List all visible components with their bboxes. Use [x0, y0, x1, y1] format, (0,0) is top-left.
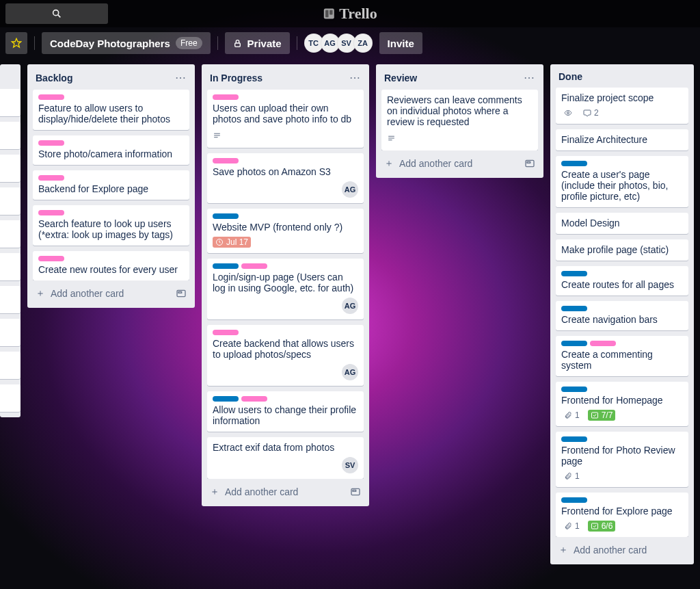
card-member[interactable]: AG — [342, 298, 358, 314]
label-blue[interactable] — [561, 436, 587, 442]
list-menu-button[interactable]: ⋯ — [175, 71, 187, 84]
card[interactable]: Frontend for Photo Review page 1 — [556, 432, 688, 487]
label-pink[interactable] — [590, 341, 616, 346]
add-card-label: Add another card — [225, 486, 298, 497]
due-badge[interactable]: Jul 17 — [213, 237, 251, 248]
attachment-icon — [564, 411, 572, 419]
card[interactable]: Save photos on Amazon S3AG — [207, 153, 364, 203]
star-button[interactable] — [5, 32, 27, 54]
label-pink[interactable] — [38, 140, 64, 146]
card[interactable]: Make profile page (static) — [556, 239, 688, 261]
card-title: Extract exif data from photos — [213, 442, 358, 453]
description-icon — [387, 134, 396, 143]
card[interactable]: Finalize project scope 2 — [556, 88, 688, 124]
card[interactable]: Reviewers can leave comments on individu… — [381, 90, 538, 150]
add-card-button[interactable]: ＋Add another card — [207, 483, 364, 501]
card-title: Frontend for Photo Review page — [561, 445, 683, 467]
add-card-button[interactable]: ＋Add another card — [381, 155, 538, 172]
add-card-label: Add another card — [399, 158, 472, 169]
label-blue[interactable] — [561, 161, 587, 166]
label-pink[interactable] — [213, 158, 239, 163]
card[interactable]: Backend for Explore page — [33, 170, 189, 200]
label-blue[interactable] — [213, 263, 239, 269]
svg-rect-14 — [353, 490, 356, 491]
list-title[interactable]: Review — [384, 73, 417, 83]
board-canvas[interactable]: Backlog ⋯ Feature to allow users to disp… — [0, 59, 700, 589]
card[interactable]: Finalize Architecture — [556, 129, 688, 150]
plus-icon: ＋ — [558, 544, 568, 556]
label-pink[interactable] — [38, 256, 64, 261]
card-member[interactable]: SV — [342, 457, 358, 473]
label-pink[interactable] — [241, 396, 267, 402]
invite-button[interactable]: Invite — [379, 32, 422, 54]
plus-icon: ＋ — [384, 157, 394, 170]
add-card-button[interactable]: ＋Add another card — [33, 285, 189, 302]
list-title[interactable]: Done — [558, 71, 582, 82]
brand: Trello — [323, 5, 377, 23]
label-blue[interactable] — [213, 396, 239, 402]
card-member[interactable]: AG — [342, 181, 358, 198]
card[interactable]: Create a user's page (include their phot… — [556, 156, 688, 207]
invite-label: Invite — [388, 38, 414, 49]
checklist-icon — [591, 411, 599, 419]
label-pink[interactable] — [241, 263, 267, 269]
divider — [297, 36, 297, 50]
card[interactable]: Create new routes for every user — [33, 251, 189, 280]
card[interactable]: Extract exif data from photosSV — [207, 437, 364, 479]
list-menu-button[interactable]: ⋯ — [349, 71, 361, 84]
card[interactable]: Create backend that allows users to uplo… — [207, 325, 364, 386]
card[interactable]: Create routes for all pages — [556, 266, 688, 296]
card[interactable]: Website MVP (frontend only ?) Jul 17 — [207, 209, 364, 253]
board-bar: CodeDay Photographers Free Private TC AG… — [0, 27, 700, 59]
card-title: Create routes for all pages — [561, 279, 683, 290]
label-pink[interactable] — [213, 94, 239, 100]
label-blue[interactable] — [561, 271, 587, 276]
card[interactable]: Feature to allow users to display/hide/d… — [33, 90, 189, 130]
card-title: Create a commenting system — [561, 349, 683, 371]
card-member[interactable]: AG — [342, 364, 358, 380]
card-title: Search feature to look up users (*extra:… — [38, 218, 184, 240]
list-title[interactable]: Backlog — [36, 73, 72, 83]
card-title: Make profile page (static) — [561, 244, 683, 255]
svg-rect-22 — [591, 523, 597, 529]
list-inprogress: In Progress ⋯ Users can upload their own… — [202, 64, 369, 506]
card[interactable]: Allow users to change their profile info… — [207, 391, 364, 432]
list-menu-button[interactable]: ⋯ — [524, 71, 535, 84]
card[interactable]: Frontend for Homepage 1 7/7 — [556, 382, 688, 426]
label-blue[interactable] — [561, 306, 587, 311]
label-pink[interactable] — [38, 210, 64, 215]
card[interactable]: Users can upload their own photos and sa… — [207, 90, 364, 148]
brand-text: Trello — [339, 5, 377, 23]
label-blue[interactable] — [561, 387, 587, 392]
list-title[interactable]: In Progress — [210, 73, 262, 83]
svg-rect-4 — [329, 10, 333, 15]
board-members[interactable]: TC AG SV ZA — [304, 34, 373, 53]
label-pink[interactable] — [38, 94, 64, 100]
card[interactable]: Create navigation bars — [556, 301, 688, 330]
add-card-label: Add another card — [51, 288, 124, 299]
search-input[interactable] — [5, 3, 108, 24]
avatar[interactable]: ZA — [353, 34, 373, 53]
card[interactable]: Login/sign-up page (Users can log in usi… — [207, 259, 364, 319]
template-icon[interactable] — [524, 158, 535, 169]
card[interactable]: Model Design — [556, 213, 688, 234]
label-blue[interactable] — [561, 497, 587, 503]
board-name-button[interactable]: CodeDay Photographers Free — [42, 32, 211, 54]
label-pink[interactable] — [213, 330, 239, 335]
card[interactable]: Frontend for Explore page 1 6/6 — [556, 493, 688, 537]
label-blue[interactable] — [561, 341, 587, 346]
card-title: Create backend that allows users to uplo… — [213, 338, 358, 360]
card[interactable]: Search feature to look up users (*extra:… — [33, 205, 189, 246]
label-pink[interactable] — [38, 175, 64, 181]
label-blue[interactable] — [213, 213, 239, 219]
watch-icon — [564, 109, 572, 117]
visibility-button[interactable]: Private — [225, 32, 290, 54]
star-icon — [11, 38, 22, 49]
card[interactable]: Create a commenting system — [556, 336, 688, 376]
card[interactable]: Store photo/camera information — [33, 135, 189, 165]
template-icon[interactable] — [176, 288, 187, 299]
template-icon[interactable] — [350, 486, 361, 497]
card-title: Model Design — [561, 218, 683, 228]
checklist-icon — [591, 522, 599, 530]
add-card-button[interactable]: ＋Add another card — [556, 541, 688, 559]
